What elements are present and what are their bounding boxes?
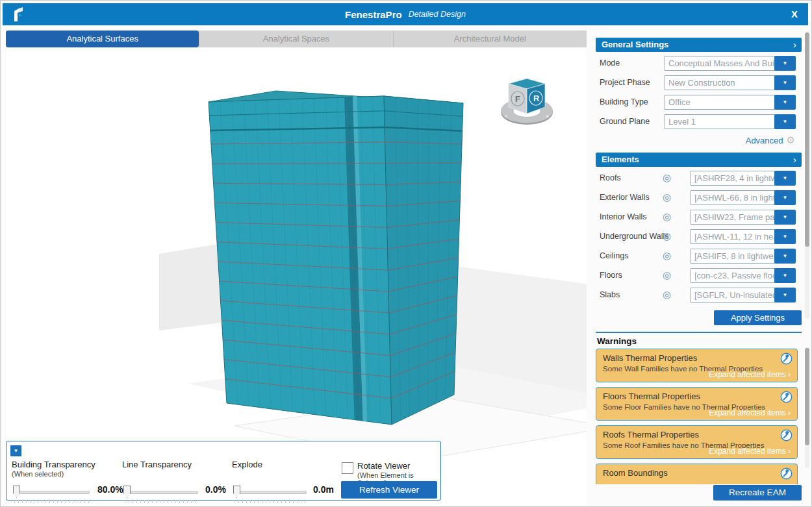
dropdown-arrow-icon[interactable]: ▼ — [774, 210, 796, 225]
advanced-label: Advanced — [746, 136, 783, 145]
underground-walls-row: Underground Walls ◎ [ASHWL-11, 12 in hea… — [596, 229, 802, 244]
slabs-select[interactable]: [SGFLR, Un-insulated soli — [691, 288, 775, 303]
ground-plane-label: Ground Plane — [600, 117, 650, 126]
slider-thumb[interactable] — [13, 486, 20, 498]
close-button[interactable]: X — [791, 8, 798, 21]
ceilings-row: Ceilings ◎ [ASHIF5, 8 in lightweight ▼ — [596, 249, 802, 264]
recreate-eam-button[interactable]: Recreate EAM — [713, 485, 802, 501]
wrench-icon[interactable] — [780, 391, 793, 403]
slabs-label: Slabs — [600, 290, 620, 299]
warnings-scrollbar[interactable] — [805, 347, 809, 468]
titlebar: FenestraPro Detailed Design X — [3, 3, 808, 25]
model-viewer-canvas[interactable]: S E F R — [6, 47, 587, 507]
scrollbar-thumb[interactable] — [805, 32, 809, 247]
eye-icon[interactable]: ◎ — [663, 172, 671, 184]
rotate-viewer-checkbox[interactable] — [342, 462, 353, 474]
warning-card-floors[interactable]: Floors Thermal Properties Some Floor Fam… — [596, 387, 798, 421]
elements-header[interactable]: Elements › — [596, 153, 802, 167]
slider-track[interactable] — [233, 491, 307, 494]
warning-title: Roofs Thermal Properties — [603, 430, 791, 439]
dropdown-arrow-icon[interactable]: ▼ — [774, 229, 796, 244]
collapse-panel-button[interactable]: ▼ — [10, 445, 21, 456]
tab-analytical-spaces[interactable]: Analytical Spaces — [199, 31, 392, 47]
underground-walls-select[interactable]: [ASHWL-11, 12 in heavyw — [691, 229, 775, 244]
dropdown-arrow-icon[interactable]: ▼ — [774, 268, 796, 283]
chevron-right-icon: › — [793, 38, 796, 52]
exterior-walls-select[interactable]: [ASHWL-66, 8 in lightwei — [691, 190, 775, 205]
building-type-select[interactable]: Office — [665, 95, 775, 110]
dropdown-arrow-icon[interactable]: ▼ — [774, 95, 796, 110]
dropdown-arrow-icon[interactable]: ▼ — [774, 190, 796, 205]
wrench-icon[interactable] — [780, 467, 793, 480]
slider-track[interactable] — [123, 491, 198, 494]
line-transparency-label: Line Transparency — [122, 460, 192, 469]
viewcube-ring-label-e: E — [546, 114, 549, 118]
app-window: FenestraPro Detailed Design X Analytical… — [0, 0, 812, 507]
slider-thumb[interactable] — [123, 486, 131, 498]
explode-slider[interactable] — [233, 486, 307, 499]
wrench-icon[interactable] — [780, 352, 793, 365]
mode-select[interactable]: Conceptual Masses And Building — [665, 56, 775, 71]
eye-icon[interactable]: ◎ — [663, 269, 671, 281]
expand-affected-items-link[interactable]: Expand affected items › — [709, 408, 791, 417]
apply-settings-button[interactable]: Apply Settings — [714, 310, 802, 325]
slider-thumb[interactable] — [233, 486, 240, 498]
warning-card-walls[interactable]: Walls Thermal Properties Some Wall Famil… — [596, 349, 798, 382]
building-transparency-group: Building Transparency (When selected) — [12, 460, 95, 478]
wrench-icon[interactable] — [780, 429, 793, 441]
dropdown-arrow-icon[interactable]: ▼ — [774, 288, 796, 303]
line-transparency-slider[interactable] — [123, 486, 198, 499]
expand-affected-items-link[interactable]: Expand affected items › — [709, 370, 791, 379]
expand-affected-items-link[interactable]: Expand affected items › — [709, 447, 791, 456]
building-transparency-sublabel: (When selected) — [12, 470, 95, 478]
building-transparency-label: Building Transparency — [12, 460, 95, 469]
ceilings-select[interactable]: [ASHIF5, 8 in lightweight — [691, 249, 775, 264]
dropdown-arrow-icon[interactable]: ▼ — [774, 171, 796, 186]
exterior-walls-label: Exterior Walls — [600, 193, 650, 202]
warning-card-roofs[interactable]: Roofs Thermal Properties Some Roof Famil… — [596, 425, 798, 459]
project-phase-select[interactable]: New Construction — [665, 75, 775, 90]
mode-label: Mode — [600, 58, 620, 68]
eye-icon[interactable]: ◎ — [663, 192, 671, 203]
ground-plane-select[interactable]: Level 1 — [665, 114, 775, 129]
scrollbar-thumb[interactable] — [805, 348, 809, 445]
mode-row: Mode Conceptual Masses And Building ▼ — [596, 56, 802, 71]
roofs-select[interactable]: [ASHRF28, 4 in lightweigh — [691, 171, 775, 186]
ground-shadow-left — [159, 243, 222, 330]
viewcube-right-label: R — [533, 93, 540, 103]
explode-value: 0.0m — [313, 484, 334, 495]
interior-walls-select[interactable]: [ASHIW23, Frame partitio — [691, 210, 775, 225]
slider-ticks — [14, 500, 90, 503]
dropdown-arrow-icon[interactable]: ▼ — [774, 249, 796, 264]
eye-icon[interactable]: ◎ — [663, 211, 671, 223]
dropdown-arrow-icon[interactable]: ▼ — [774, 114, 796, 129]
elements-title: Elements — [602, 155, 639, 164]
eye-icon[interactable]: ◎ — [663, 230, 671, 242]
rotate-viewer-label: Rotate Viewer — [357, 461, 440, 471]
floors-select[interactable]: [con-c23, Passive floor, re — [691, 268, 775, 283]
slider-ticks — [235, 500, 307, 503]
dropdown-arrow-icon[interactable]: ▼ — [774, 56, 796, 71]
viewcube-front-label: F — [515, 94, 520, 104]
warning-title: Room Boundings — [603, 468, 791, 478]
building-transparency-slider[interactable] — [13, 486, 90, 499]
line-transparency-group: Line Transparency — [122, 460, 192, 470]
eye-icon[interactable]: ◎ — [663, 289, 671, 301]
eye-icon[interactable]: ◎ — [663, 250, 671, 262]
warning-title: Walls Thermal Properties — [603, 353, 791, 363]
general-settings-title: General Settings — [602, 40, 668, 49]
tab-architectural-model[interactable]: Architectural Model — [393, 31, 587, 47]
warning-card-room-boundings[interactable]: Room Boundings — [596, 464, 798, 484]
settings-scrollbar[interactable] — [805, 31, 809, 319]
viewcube[interactable]: S E F R — [494, 67, 559, 129]
advanced-link[interactable]: Advanced⚙ — [746, 134, 795, 147]
general-settings-header[interactable]: General Settings › — [596, 38, 802, 52]
warnings-list: Walls Thermal Properties Some Wall Famil… — [596, 349, 802, 484]
tab-analytical-surfaces[interactable]: Analytical Surfaces — [6, 31, 199, 47]
refresh-viewer-button[interactable]: Refresh Viewer — [341, 481, 437, 499]
gear-icon[interactable]: ⚙ — [787, 134, 795, 145]
dropdown-arrow-icon[interactable]: ▼ — [774, 75, 796, 90]
warning-title: Floors Thermal Properties — [603, 391, 791, 401]
brand-name: FenestraPro — [345, 9, 402, 20]
slider-track[interactable] — [13, 491, 90, 494]
